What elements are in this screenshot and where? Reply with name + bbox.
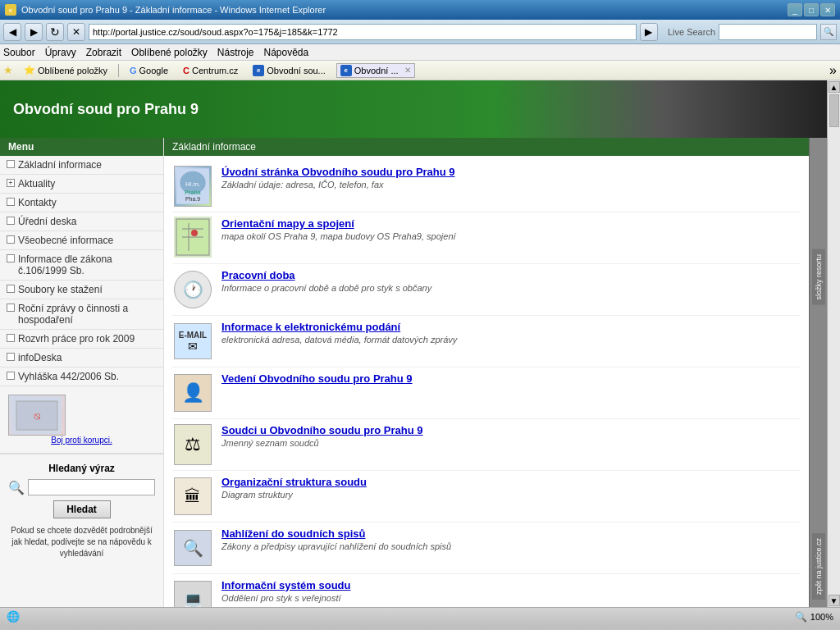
title-bar: e Obvodní soud pro Prahu 9 - Základní in… bbox=[0, 0, 840, 20]
sidebar-label-vyhlaska: Vyhláška 442/2006 Sb. bbox=[18, 371, 119, 382]
website-title: Obvodní soud pro Prahu 9 bbox=[13, 101, 199, 118]
svg-text:Hl.m.: Hl.m. bbox=[185, 180, 200, 188]
menu-upravy[interactable]: Úpravy bbox=[45, 47, 76, 58]
obv2-close[interactable]: ✕ bbox=[404, 66, 411, 75]
search-widget-input[interactable] bbox=[28, 479, 155, 495]
browser-content: Obvodní soud pro Prahu 9 Menu Základní i… bbox=[0, 80, 840, 607]
content-item-4: E-MAIL ✉ Informace k elektronickému podá… bbox=[172, 316, 801, 368]
address-bar[interactable] bbox=[89, 24, 637, 40]
bookmarks-bar: ★ ⭐ Oblíbené položky G Google C Centrum.… bbox=[0, 61, 840, 80]
search-widget-label: Hledaný výraz bbox=[8, 463, 155, 474]
search-magnifier-icon: 🔍 bbox=[8, 480, 25, 495]
live-search-input[interactable] bbox=[719, 24, 817, 40]
bookmark-oblibene[interactable]: ⭐ Oblíbené položky bbox=[20, 63, 112, 77]
zoom-level: 100% bbox=[810, 612, 833, 622]
sidebar-item-zakladni[interactable]: Základní informace bbox=[0, 156, 163, 175]
item5-text: Vedení Obvodního soudu pro Prahu 9 bbox=[221, 372, 801, 385]
obv1-icon: e bbox=[253, 65, 264, 76]
menu-zobrazit[interactable]: Zobrazit bbox=[86, 47, 121, 58]
obv1-label: Obvodní sou... bbox=[267, 66, 326, 75]
item1-link[interactable]: Úvodní stránka Obvodního soudu pro Prahu… bbox=[221, 166, 801, 178]
scrollbar[interactable]: ▲ ▼ bbox=[827, 80, 840, 607]
item2-desc: mapa okolí OS Praha 9, mapa budovy OS Pr… bbox=[221, 231, 801, 241]
minimize-button[interactable]: _ bbox=[788, 3, 802, 16]
website-header: Obvodní soud pro Prahu 9 bbox=[0, 80, 827, 138]
scroll-up-button[interactable]: ▲ bbox=[829, 81, 840, 93]
sidebar-item-kontakty[interactable]: Kontakty bbox=[0, 194, 163, 212]
sidebar-item-rozvrh[interactable]: Rozvrh práce pro rok 2009 bbox=[0, 330, 163, 349]
boj-korupci-image: 🚫 bbox=[8, 395, 66, 436]
refresh-button[interactable]: ↻ bbox=[46, 23, 64, 41]
item8-link[interactable]: Nahlížení do soudních spisů bbox=[221, 527, 801, 540]
sidebar-label-vseob: Všeobecné informace bbox=[18, 235, 113, 246]
maximize-button[interactable]: □ bbox=[804, 3, 819, 16]
map-image bbox=[174, 217, 212, 260]
item2-link[interactable]: Orientační mapy a spojení bbox=[221, 217, 801, 230]
item6-desc: Jmenný seznam soudců bbox=[221, 438, 801, 448]
menu-nastroje[interactable]: Nástroje bbox=[217, 47, 254, 58]
item6-link[interactable]: Soudci u Obvodního soudu pro Prahu 9 bbox=[221, 424, 801, 436]
oblibene-label: Oblíbené položky bbox=[38, 66, 107, 75]
item7-icon: 🏛 bbox=[172, 476, 213, 517]
search-widget: Hledaný výraz 🔍 Hledat Pokud se chcete d… bbox=[0, 454, 163, 568]
item9-desc: Oddělení pro styk s veřejností bbox=[221, 593, 801, 603]
search-note: Pokud se chcete dozvědět podrobnější jak… bbox=[8, 525, 155, 559]
browser-icon: e bbox=[5, 4, 16, 16]
sidebar-item-infodeska[interactable]: infoDeska bbox=[0, 349, 163, 368]
go-button[interactable]: ▶ bbox=[640, 23, 658, 41]
bookmark-obv1[interactable]: e Obvodní sou... bbox=[249, 63, 330, 78]
item6-icon: ⚖ bbox=[172, 424, 213, 465]
search-widget-button[interactable]: Hledat bbox=[53, 500, 111, 518]
menu-napoveda[interactable]: Nápověda bbox=[264, 47, 309, 58]
sidebar-menu-header: Menu bbox=[0, 138, 163, 156]
scroll-thumb[interactable] bbox=[829, 94, 839, 127]
menu-soubor[interactable]: Soubor bbox=[3, 47, 35, 58]
sidebar-label-rocni: Roční zprávy o činnosti a hospodaření bbox=[18, 303, 157, 326]
item3-desc: Informace o pracovní době a době pro sty… bbox=[221, 283, 801, 293]
bookmark-google[interactable]: G Google bbox=[126, 64, 172, 77]
sidebar-item-aktuality[interactable]: + Aktuality bbox=[0, 175, 163, 194]
centrum-icon: C bbox=[183, 66, 189, 75]
sidebar-item-uredni[interactable]: Úřední deska bbox=[0, 212, 163, 231]
sidebar-label-infodeska: infoDeska bbox=[18, 352, 62, 363]
window-controls[interactable]: _ □ ✕ bbox=[788, 3, 835, 16]
side-panel-bottom-label[interactable]: zpět na justice.cz bbox=[812, 533, 825, 600]
svg-text:Praha: Praha bbox=[185, 189, 200, 195]
close-button[interactable]: ✕ bbox=[820, 3, 835, 16]
bookmarks-more[interactable]: » bbox=[829, 63, 837, 78]
item7-desc: Diagram struktury bbox=[221, 490, 801, 500]
sidebar-check-soubory bbox=[7, 285, 15, 293]
sidebar: Menu Základní informace + Aktuality Kont… bbox=[0, 138, 164, 607]
sidebar-item-zakon[interactable]: Informace dle zákona č.106/1999 Sb. bbox=[0, 250, 163, 281]
svg-point-13 bbox=[191, 230, 198, 236]
item3-link[interactable]: Pracovní doba bbox=[221, 269, 801, 281]
live-search-button[interactable]: 🔍 bbox=[820, 24, 837, 40]
sidebar-label-zakladni: Základní informace bbox=[18, 159, 102, 171]
content-item-7: 🏛 Organizační struktura soudu Diagram st… bbox=[172, 471, 801, 523]
status-bar: 🌐 🔍 100% bbox=[0, 607, 840, 625]
sidebar-item-vyhlaska[interactable]: Vyhláška 442/2006 Sb. bbox=[0, 368, 163, 386]
sidebar-item-rocni[interactable]: Roční zprávy o činnosti a hospodaření bbox=[0, 299, 163, 330]
item1-desc: Základní údaje: adresa, IČO, telefon, fa… bbox=[221, 180, 801, 189]
content-item-9: 💻 Informační systém soudu Oddělení pro s… bbox=[172, 574, 801, 607]
item4-link[interactable]: Informace k elektronickému podání bbox=[221, 321, 801, 333]
hlm-image: Hl.m. Praha Pha.9 bbox=[174, 166, 212, 207]
sidebar-item-soubory[interactable]: Soubory ke stažení bbox=[0, 281, 163, 299]
item7-link[interactable]: Organizační struktura soudu bbox=[221, 476, 801, 488]
menu-bar: Soubor Úpravy Zobrazit Oblíbené položky … bbox=[0, 44, 840, 61]
boj-korupci-area: 🚫 Boj proti korupci. bbox=[0, 386, 163, 454]
side-panel-top-label[interactable]: složky resortu bbox=[812, 249, 825, 305]
scroll-down-button[interactable]: ▼ bbox=[829, 595, 840, 606]
boj-korupci-caption[interactable]: Boj proti korupci. bbox=[8, 436, 155, 445]
bookmark-centrum[interactable]: C Centrum.cz bbox=[179, 64, 242, 77]
stop-button[interactable]: ✕ bbox=[67, 23, 85, 41]
forward-button[interactable]: ▶ bbox=[25, 23, 43, 41]
bookmark-obv2[interactable]: e Obvodní ... ✕ bbox=[336, 63, 415, 78]
back-button[interactable]: ◀ bbox=[3, 23, 21, 41]
status-zoom: 🔍 100% bbox=[795, 611, 833, 623]
sidebar-label-rozvrh: Rozvrh práce pro rok 2009 bbox=[18, 333, 135, 345]
menu-oblibene[interactable]: Oblíbené položky bbox=[131, 47, 208, 58]
sidebar-item-vseob[interactable]: Všeobecné informace bbox=[0, 231, 163, 250]
item9-link[interactable]: Informační systém soudu bbox=[221, 579, 801, 591]
item5-link[interactable]: Vedení Obvodního soudu pro Prahu 9 bbox=[221, 372, 801, 385]
